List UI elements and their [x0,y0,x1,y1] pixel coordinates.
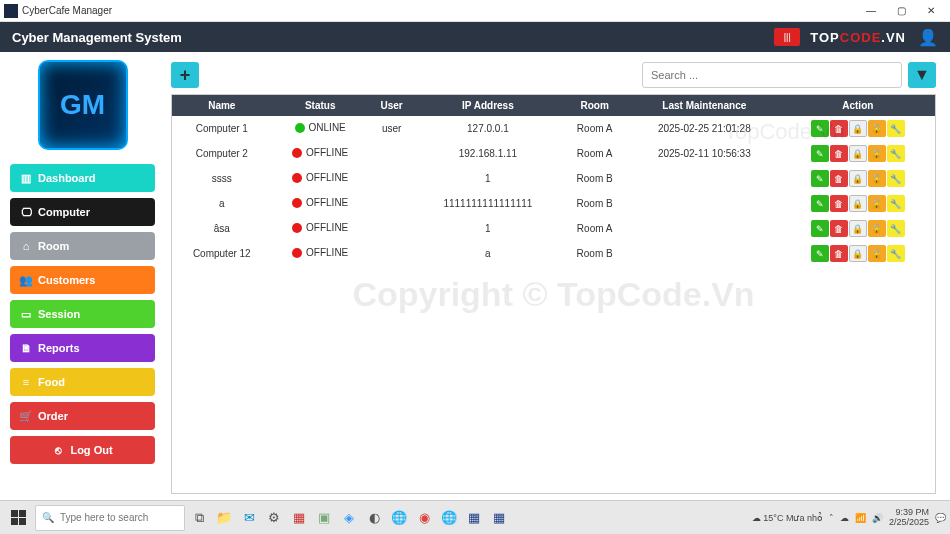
trash-icon: 🗑 [834,199,843,209]
maintenance-button[interactable]: 🔧 [887,120,905,137]
start-button[interactable] [4,504,32,532]
taskbar-search[interactable]: 🔍 Type here to search [35,505,185,531]
user-avatar-icon[interactable]: 👤 [918,28,938,47]
taskbar-clock[interactable]: 9:39 PM 2/25/2025 [889,508,929,528]
cell-actions: ✎🗑🔒🔓🔧 [781,141,935,166]
taskbar-app-7[interactable]: ◐ [363,505,385,531]
lock-button[interactable]: 🔒 [849,245,867,262]
sidebar-item-dashboard[interactable]: ▥Dashboard [10,164,155,192]
pencil-icon: ✎ [816,149,824,159]
maintenance-button[interactable]: 🔧 [887,195,905,212]
maximize-button[interactable]: ▢ [886,2,916,20]
taskbar-app-10[interactable]: 🌐 [438,505,460,531]
filter-button[interactable]: ▼ [908,62,936,88]
sidebar-item-food[interactable]: ≡Food [10,368,155,396]
sidebar-item-order[interactable]: 🛒Order [10,402,155,430]
maintenance-button[interactable]: 🔧 [887,245,905,262]
cell-user [369,141,415,166]
delete-button[interactable]: 🗑 [830,195,848,212]
unlock-button[interactable]: 🔓 [868,170,886,187]
lock-button[interactable]: 🔒 [849,120,867,137]
search-icon: 🔍 [42,512,54,523]
delete-button[interactable]: 🗑 [830,145,848,162]
table-row[interactable]: ssssOFFLINE1Room B✎🗑🔒🔓🔧 [172,166,935,191]
food-icon: ≡ [20,376,32,388]
tray-cloud-icon[interactable]: ☁ [840,513,849,523]
brand-badge-icon: ||| [774,28,800,46]
trash-icon: 🗑 [834,249,843,259]
taskbar-app-1[interactable]: 📁 [213,505,235,531]
delete-button[interactable]: 🗑 [830,220,848,237]
cell-room: Room B [561,191,628,216]
delete-button[interactable]: 🗑 [830,245,848,262]
edit-button[interactable]: ✎ [811,120,829,137]
sidebar-item-reports[interactable]: 🗎Reports [10,334,155,362]
cell-ip: a [415,241,562,266]
cell-name: âsa [172,216,272,241]
taskbar-app-8[interactable]: 🌐 [388,505,410,531]
edit-button[interactable]: ✎ [811,245,829,262]
taskbar-app-6[interactable]: ◈ [338,505,360,531]
taskbar-app-5[interactable]: ▣ [313,505,335,531]
taskbar-app-2[interactable]: ✉ [238,505,260,531]
search-input[interactable] [642,62,902,88]
maintenance-button[interactable]: 🔧 [887,145,905,162]
maintenance-button[interactable]: 🔧 [887,220,905,237]
cell-status: OFFLINE [272,191,369,216]
sidebar-item-label: Computer [38,206,90,218]
sidebar-item-computer[interactable]: 🖵Computer [10,198,155,226]
table-row[interactable]: âsaOFFLINE1Room A✎🗑🔒🔓🔧 [172,216,935,241]
sidebar-item-label: Room [38,240,69,252]
lock-button[interactable]: 🔒 [849,145,867,162]
col-ip-address: IP Address [415,95,562,116]
edit-button[interactable]: ✎ [811,195,829,212]
taskbar-app-3[interactable]: ⚙ [263,505,285,531]
close-button[interactable]: ✕ [916,2,946,20]
table-row[interactable]: aOFFLINE1111111111111111Room B✎🗑🔒🔓🔧 [172,191,935,216]
lock-button[interactable]: 🔒 [849,220,867,237]
weather-widget[interactable]: ☁ 15°C Mưa nhỏ [752,513,823,523]
app-title: Cyber Management System [12,30,182,45]
sidebar-item-customers[interactable]: 👥Customers [10,266,155,294]
edit-button[interactable]: ✎ [811,145,829,162]
room-icon: ⌂ [20,240,32,252]
tray-sound-icon[interactable]: 🔊 [872,513,883,523]
delete-button[interactable]: 🗑 [830,170,848,187]
add-button[interactable]: + [171,62,199,88]
table-row[interactable]: Computer 12OFFLINEaRoom B✎🗑🔒🔓🔧 [172,241,935,266]
cell-actions: ✎🗑🔒🔓🔧 [781,191,935,216]
unlock-button[interactable]: 🔓 [868,220,886,237]
tray-chevron-icon[interactable]: ˄ [829,513,834,523]
sidebar-item-room[interactable]: ⌂Room [10,232,155,260]
unlock-button[interactable]: 🔓 [868,195,886,212]
trash-icon: 🗑 [834,224,843,234]
lock-button[interactable]: 🔒 [849,195,867,212]
table-row[interactable]: Computer 2OFFLINE192.168.1.11Room A2025-… [172,141,935,166]
tray-wifi-icon[interactable]: 📶 [855,513,866,523]
taskbar-app-9[interactable]: ◉ [413,505,435,531]
sidebar-item-session[interactable]: ▭Session [10,300,155,328]
table-row[interactable]: Computer 1ONLINEuser127.0.0.1Room A2025-… [172,116,935,141]
wrench-icon: 🔧 [890,124,901,134]
status-dot-icon [295,123,305,133]
maintenance-button[interactable]: 🔧 [887,170,905,187]
unlock-button[interactable]: 🔓 [868,120,886,137]
minimize-button[interactable]: — [856,2,886,20]
edit-button[interactable]: ✎ [811,170,829,187]
cell-maint [628,216,781,241]
lock-button[interactable]: 🔒 [849,170,867,187]
sidebar-item-log-out[interactable]: ⎋Log Out [10,436,155,464]
task-view-icon[interactable]: ⧉ [188,505,210,531]
sidebar-item-label: Reports [38,342,80,354]
order-icon: 🛒 [20,410,32,422]
edit-button[interactable]: ✎ [811,220,829,237]
taskbar-app-4[interactable]: ▦ [288,505,310,531]
sidebar-item-label: Order [38,410,68,422]
taskbar-app-12[interactable]: ▦ [488,505,510,531]
cell-maint: 2025-02-11 10:56:33 [628,141,781,166]
unlock-button[interactable]: 🔓 [868,145,886,162]
taskbar-app-11[interactable]: ▦ [463,505,485,531]
delete-button[interactable]: 🗑 [830,120,848,137]
unlock-button[interactable]: 🔓 [868,245,886,262]
tray-notification-icon[interactable]: 💬 [935,513,946,523]
